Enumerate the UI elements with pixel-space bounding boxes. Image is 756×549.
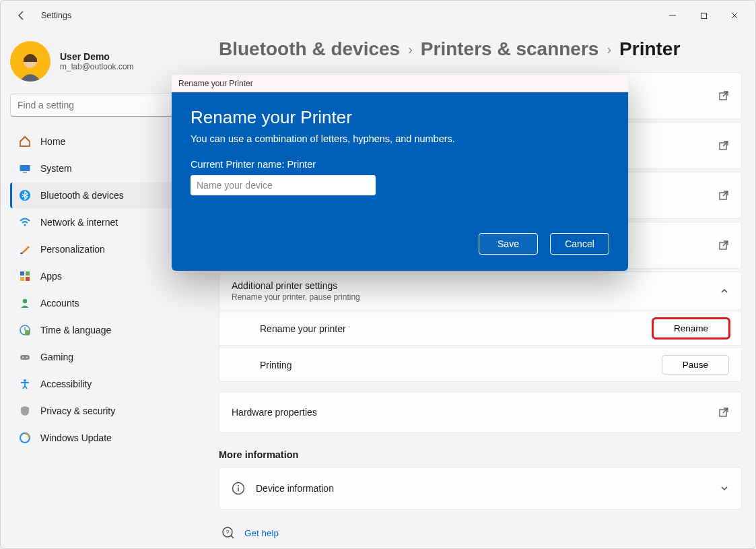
nav-label: Gaming [40,352,73,362]
nav-privacy-security[interactable]: Privacy & security [10,398,186,424]
svg-point-11 [23,299,27,303]
nav-windows-update[interactable]: Windows Update [10,425,186,451]
sidebar: User Demo m_lab@outlook.com Home System … [1,30,196,548]
info-icon [232,482,245,495]
rename-printer-dialog: Rename your Printer Rename your Printer … [172,75,628,271]
window-title: Settings [41,11,71,20]
nav-label: Bluetooth & devices [40,190,124,201]
user-email: m_lab@outlook.com [60,62,134,71]
row-label: Printing [260,360,291,370]
bluetooth-icon [19,189,31,201]
nav-label: Accounts [40,298,79,309]
nav-personalization[interactable]: Personalization [10,236,186,262]
svg-point-16 [26,357,28,358]
nav-bluetooth-devices[interactable]: Bluetooth & devices [10,183,186,208]
svg-text:?: ? [226,529,229,536]
help-icon: ? [221,526,235,540]
nav-system[interactable]: System [10,156,186,181]
open-external-icon [718,240,729,251]
svg-rect-8 [26,271,30,276]
get-help-link[interactable]: Get help [244,528,279,538]
dialog-heading: Rename your Printer [191,107,609,128]
chevron-right-icon: › [408,42,413,57]
gamepad-icon [19,351,31,363]
back-button[interactable] [10,10,33,21]
nav-home[interactable]: Home [10,129,186,154]
nav-network[interactable]: Network & internet [10,209,186,235]
nav-time-language[interactable]: Time & language [10,317,186,343]
breadcrumb: Bluetooth & devices › Printers & scanner… [219,30,742,72]
nav-gaming[interactable]: Gaming [10,344,186,370]
open-external-icon [718,407,729,418]
nav-apps[interactable]: Apps [10,263,186,289]
svg-rect-14 [20,355,30,360]
user-name: User Demo [60,51,134,62]
nav-label: Privacy & security [40,406,115,416]
window-controls [657,1,750,30]
device-information-card[interactable]: Device information [219,467,742,510]
open-external-icon [718,140,729,151]
close-button[interactable] [719,1,750,30]
shield-icon [19,405,31,417]
breadcrumb-a[interactable]: Bluetooth & devices [219,38,400,60]
nav-accessibility[interactable]: Accessibility [10,371,186,397]
svg-point-17 [24,379,26,382]
card-title: Hardware properties [232,407,317,418]
svg-point-5 [24,224,26,226]
more-information-heading: More information [219,449,742,460]
svg-rect-10 [26,277,30,281]
wifi-icon [19,216,31,228]
dialog-titlebar: Rename your Printer [172,75,628,92]
row-label: Rename your printer [260,323,346,334]
breadcrumb-b[interactable]: Printers & scanners [421,38,599,60]
svg-point-15 [22,357,24,358]
dialog-current-name-label: Current Printer name: Printer [191,159,609,170]
svg-point-25 [238,485,239,486]
nav-accounts[interactable]: Accounts [10,290,186,316]
accessibility-icon [19,378,31,390]
svg-point-13 [25,330,30,335]
open-external-icon [718,90,729,101]
svg-rect-2 [20,165,30,171]
cancel-button[interactable]: Cancel [550,233,609,255]
rename-printer-row: Rename your printer Rename [219,312,742,346]
user-block[interactable]: User Demo m_lab@outlook.com [10,38,186,90]
search-input[interactable] [10,94,186,117]
printing-row: Printing Pause [219,348,742,382]
nav-label: Accessibility [40,379,92,389]
nav-label: Network & internet [40,217,118,228]
breadcrumb-current: Printer [619,38,680,60]
svg-rect-6 [20,253,23,254]
get-help-row[interactable]: ? Get help [219,526,742,540]
clock-globe-icon [19,324,31,336]
minimize-button[interactable] [657,1,688,30]
save-button[interactable]: Save [479,233,538,255]
svg-rect-3 [23,172,27,173]
nav: Home System Bluetooth & devices Network … [10,129,186,451]
nav-label: Apps [40,271,62,282]
nav-label: Home [40,136,65,147]
svg-rect-1 [701,13,706,18]
titlebar: Settings [1,1,755,30]
maximize-button[interactable] [688,1,719,30]
nav-label: Time & language [40,325,111,335]
apps-icon [19,270,31,282]
svg-rect-9 [20,277,24,281]
pause-button[interactable]: Pause [662,355,729,375]
brush-icon [19,243,31,255]
card-title: Device information [256,483,334,494]
rename-button[interactable]: Rename [653,319,729,338]
svg-rect-7 [20,271,24,276]
system-icon [19,162,31,174]
hardware-properties-card[interactable]: Hardware properties [219,391,742,433]
nav-label: Personalization [40,244,105,255]
additional-printer-settings-card[interactable]: Additional printer settings Rename your … [219,271,742,309]
card-title: Additional printer settings [232,280,360,291]
chevron-right-icon: › [607,42,611,57]
svg-rect-26 [238,488,238,492]
printer-name-input[interactable] [191,175,376,195]
open-external-icon [718,190,729,201]
dialog-description: You can use a combination of letters, hy… [191,133,609,144]
person-icon [19,297,31,309]
home-icon [19,135,31,148]
